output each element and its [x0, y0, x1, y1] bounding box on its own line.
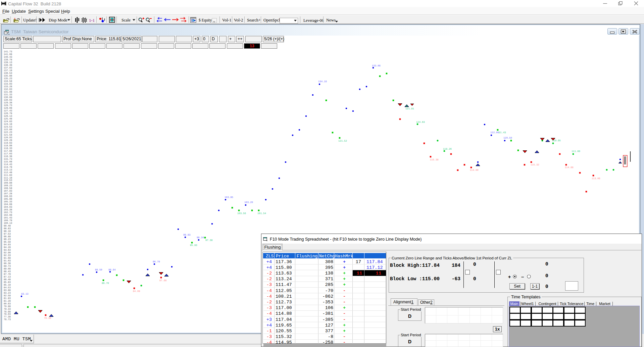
svg-text:137.83: 137.83 [4, 66, 12, 69]
svg-text:141.73: 141.73 [4, 50, 12, 53]
svg-text:90.38: 90.38 [4, 262, 11, 265]
svg-text:104.68: 104.68 [4, 203, 12, 206]
svg-text:124.63: 124.63 [416, 121, 425, 123]
svg-text:135.23: 135.23 [4, 77, 12, 80]
svg-text:87.13: 87.13 [4, 276, 11, 278]
svg-text:131.33: 131.33 [4, 93, 12, 96]
svg-text:122.00: 122.00 [490, 131, 499, 134]
svg-text:77.38: 77.38 [4, 315, 11, 318]
svg-text:84.53: 84.53 [4, 286, 11, 289]
svg-text:97.38: 97.38 [205, 239, 213, 242]
svg-text:114.88: 114.88 [565, 166, 574, 169]
svg-text:98.83: 98.83 [4, 227, 11, 230]
svg-text:131.98: 131.98 [4, 91, 12, 93]
svg-text:87.66: 87.66 [159, 279, 167, 282]
svg-text:118.33: 118.33 [4, 147, 12, 150]
svg-text:92.33: 92.33 [4, 254, 11, 257]
svg-text:109.88: 109.88 [4, 182, 12, 184]
svg-text:91.03: 91.03 [4, 259, 11, 262]
svg-text:117.68: 117.68 [4, 150, 12, 152]
svg-text:115.32: 115.32 [531, 163, 539, 166]
svg-text:101.43: 101.43 [4, 216, 12, 219]
svg-text:91.68: 91.68 [4, 257, 11, 259]
svg-text:113.78: 113.78 [4, 166, 12, 168]
svg-text:88.64: 88.64 [108, 268, 116, 271]
svg-text:86.70: 86.70 [102, 282, 109, 285]
svg-text:133.93: 133.93 [4, 83, 12, 85]
svg-text:107.93: 107.93 [4, 190, 12, 192]
svg-text:121.52: 121.52 [338, 140, 347, 142]
svg-text:96.34: 96.34 [197, 236, 204, 239]
svg-text:87.78: 87.78 [4, 273, 11, 276]
svg-text:126.13: 126.13 [4, 115, 12, 117]
svg-text:93.63: 93.63 [4, 249, 11, 251]
svg-text:120.50: 120.50 [503, 137, 512, 139]
svg-text:120.93: 120.93 [4, 136, 12, 139]
svg-text:96.23: 96.23 [4, 238, 11, 241]
svg-text:108.58: 108.58 [4, 187, 12, 190]
svg-text:106.63: 106.63 [4, 195, 12, 198]
svg-text:79.98: 79.98 [4, 305, 11, 308]
svg-text:139.13: 139.13 [4, 61, 12, 64]
svg-text:115.73: 115.73 [4, 158, 12, 160]
svg-text:135.88: 135.88 [4, 75, 12, 77]
svg-text:95.58: 95.58 [4, 241, 11, 243]
svg-text:128.08: 128.08 [4, 107, 12, 109]
svg-text:92.98: 92.98 [4, 251, 11, 254]
svg-text:124.18: 124.18 [4, 123, 12, 126]
svg-text:116.38: 116.38 [4, 155, 12, 158]
svg-text:124.83: 124.83 [4, 120, 12, 123]
svg-text:102.08: 102.08 [4, 214, 12, 216]
svg-text:132.63: 132.63 [4, 88, 12, 91]
svg-text:103.20: 103.20 [244, 201, 253, 204]
svg-text:105.98: 105.98 [4, 198, 12, 200]
svg-text:122.23: 122.23 [4, 131, 12, 134]
svg-text:119.63: 119.63 [4, 142, 12, 144]
svg-text:89.08: 89.08 [4, 267, 11, 270]
svg-text:82.58: 82.58 [4, 294, 11, 297]
svg-text:117.03: 117.03 [4, 152, 12, 155]
svg-text:126.78: 126.78 [4, 112, 12, 115]
svg-text:76.73: 76.73 [4, 318, 11, 321]
svg-text:107.28: 107.28 [4, 192, 12, 195]
svg-text:85.83: 85.83 [4, 281, 11, 284]
svg-text:102.73: 102.73 [4, 211, 12, 214]
svg-text:90.70: 90.70 [153, 260, 160, 263]
svg-text:83.88: 83.88 [4, 289, 11, 292]
svg-text:100.13: 100.13 [4, 222, 12, 225]
svg-text:111.00: 111.00 [572, 150, 580, 153]
svg-text:122.88: 122.88 [4, 128, 12, 131]
svg-text:121.58: 121.58 [4, 134, 12, 136]
svg-text:139.78: 139.78 [4, 58, 12, 61]
svg-text:78.03: 78.03 [4, 313, 11, 315]
svg-text:123.53: 123.53 [4, 126, 12, 128]
svg-text:103.56: 103.56 [237, 212, 246, 215]
svg-text:94.93: 94.93 [4, 243, 11, 246]
svg-text:111.18: 111.18 [4, 177, 12, 179]
svg-text:78.68: 78.68 [4, 310, 11, 313]
svg-text:103.38: 103.38 [4, 208, 12, 211]
svg-text:134.16: 134.16 [318, 80, 327, 83]
svg-text:110.53: 110.53 [4, 179, 12, 182]
svg-text:100.78: 100.78 [4, 219, 12, 222]
svg-text:121.91: 121.91 [405, 107, 414, 110]
svg-text:109.23: 109.23 [4, 184, 12, 187]
svg-text:96.93: 96.93 [183, 234, 191, 236]
svg-text:89.73: 89.73 [4, 265, 11, 267]
svg-text:112.48: 112.48 [4, 171, 12, 174]
svg-text:119.65: 119.65 [552, 139, 561, 142]
svg-text:133.28: 133.28 [4, 85, 12, 88]
svg-text:21.43: 21.43 [499, 131, 506, 134]
svg-text:101.54: 101.54 [257, 212, 266, 215]
svg-text:133.06: 133.06 [372, 64, 381, 67]
svg-text:115.08: 115.08 [4, 160, 12, 163]
svg-text:115.38: 115.38 [430, 158, 439, 161]
svg-text:125.48: 125.48 [4, 117, 12, 120]
svg-text:95.93: 95.93 [190, 244, 197, 247]
svg-text:78.38: 78.38 [44, 317, 51, 319]
svg-text:83.23: 83.23 [4, 292, 11, 294]
svg-text:138.48: 138.48 [4, 64, 12, 66]
svg-text:97.53: 97.53 [4, 233, 11, 235]
svg-text:120.28: 120.28 [4, 139, 12, 142]
svg-text:130.68: 130.68 [4, 96, 12, 99]
